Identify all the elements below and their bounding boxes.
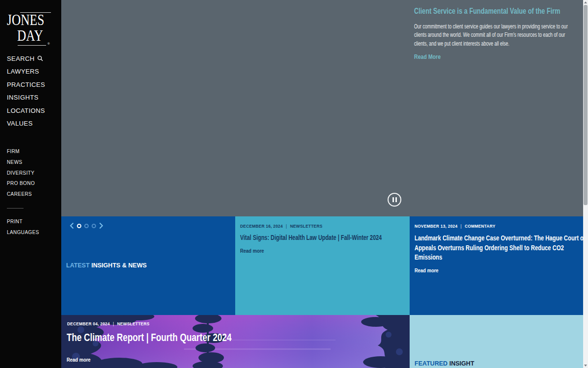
logo-line1: JONES <box>7 12 44 28</box>
nav-languages-label: LANGUAGES <box>7 230 39 235</box>
jones-day-logo[interactable]: JONES DAY ® <box>7 12 52 49</box>
featured-label-rest: INSIGHT <box>449 360 474 367</box>
nav-practices-label: PRACTICES <box>7 81 45 88</box>
sidebar-divider <box>7 208 24 209</box>
insight-card-landmark-climate[interactable]: NOVEMBER 13, 2024|COMMENTARY Landmark Cl… <box>410 216 583 315</box>
scrollbar-up-arrow-icon[interactable] <box>584 1 587 3</box>
read-more-link[interactable]: Read more <box>67 357 91 363</box>
nav-item-print[interactable]: PRINT <box>7 219 39 230</box>
sidebar: JONES DAY ® SEARCH LAWYERS PRACTICES INS… <box>0 0 61 368</box>
latest-insights-title: LATEST INSIGHTS & NEWS <box>66 262 147 269</box>
browser-scrollbar[interactable] <box>583 0 588 368</box>
card-meta: NOVEMBER 13, 2024|COMMENTARY <box>415 223 495 229</box>
featured-insight-card[interactable]: FEATURED INSIGHT <box>410 315 583 368</box>
nav-item-practices[interactable]: PRACTICES <box>7 81 45 94</box>
pause-icon <box>392 197 394 202</box>
nav-item-careers[interactable]: CAREERS <box>7 191 35 202</box>
nav-item-values[interactable]: VALUES <box>7 120 45 132</box>
card-title[interactable]: The Climate Report | Fourth Quarter 2024 <box>67 332 231 344</box>
card-category: NEWSLETTERS <box>290 223 322 229</box>
read-more-link[interactable]: Read more <box>415 267 439 273</box>
nav-item-search[interactable]: SEARCH <box>7 55 45 68</box>
featured-label-accent: FEATURED <box>415 360 447 367</box>
insight-card-climate-report[interactable]: DECEMBER 04, 2024|NEWSLETTERS The Climat… <box>61 315 410 368</box>
card-date: NOVEMBER 13, 2024 <box>415 223 458 229</box>
nav-values-label: VALUES <box>7 120 33 127</box>
meta-separator: | <box>113 321 114 326</box>
chevron-right-icon <box>99 222 103 229</box>
carousel-dot-3[interactable] <box>92 224 96 228</box>
meta-separator: | <box>461 223 462 229</box>
carousel-controls <box>70 222 103 229</box>
card-category: COMMENTARY <box>465 223 495 229</box>
hero-heading: Client Service is a Fundamental Value of… <box>414 6 560 16</box>
nav-careers-label: CAREERS <box>7 191 32 197</box>
pause-icon <box>395 197 397 202</box>
nav-item-insights[interactable]: INSIGHTS <box>7 94 45 106</box>
carousel-next-button[interactable] <box>99 222 103 229</box>
latest-label-accent: LATEST <box>66 262 90 269</box>
hero-read-more-link[interactable]: Read More <box>414 53 441 60</box>
nav-item-firm[interactable]: FIRM <box>7 149 35 159</box>
nav-search-label: SEARCH <box>7 55 35 62</box>
chevron-left-icon <box>70 222 74 229</box>
carousel-dot-2[interactable] <box>84 224 89 228</box>
registered-mark: ® <box>48 42 49 45</box>
scrollbar-thumb[interactable] <box>584 5 588 205</box>
logo-rule-bottom <box>18 45 46 46</box>
search-icon <box>37 55 43 63</box>
card-meta: DECEMBER 16, 2024|NEWSLETTERS <box>240 223 322 229</box>
featured-insight-title: FEATURED INSIGHT <box>415 360 474 367</box>
nav-item-locations[interactable]: LOCATIONS <box>7 107 45 120</box>
nav-item-news[interactable]: NEWS <box>7 159 35 170</box>
card-date: DECEMBER 04, 2024 <box>67 321 110 326</box>
carousel-dot-1[interactable] <box>77 224 81 228</box>
card-meta: DECEMBER 04, 2024|NEWSLETTERS <box>67 321 149 326</box>
nav-pro-bono-label: PRO BONO <box>7 181 35 186</box>
nav-item-diversity[interactable]: DIVERSITY <box>7 170 35 181</box>
carousel-prev-button[interactable] <box>70 222 74 229</box>
card-title[interactable]: Vital Signs: Digital Health Law Update |… <box>240 234 382 241</box>
hero-video-region: Client Service is a Fundamental Value of… <box>61 0 583 216</box>
nav-locations-label: LOCATIONS <box>7 107 45 114</box>
logo-line2: DAY <box>17 27 43 44</box>
card-category: NEWSLETTERS <box>117 321 149 326</box>
nav-diversity-label: DIVERSITY <box>7 170 34 176</box>
nav-lawyers-label: LAWYERS <box>7 68 39 75</box>
nav-insights-label: INSIGHTS <box>7 94 39 101</box>
nav-firm-label: FIRM <box>7 149 20 154</box>
read-more-link[interactable]: Read more <box>240 248 264 254</box>
nav-news-label: NEWS <box>7 159 23 165</box>
meta-separator: | <box>286 223 287 229</box>
primary-nav: SEARCH LAWYERS PRACTICES INSIGHTS LOCATI… <box>7 55 45 132</box>
card-date: DECEMBER 16, 2024 <box>240 223 283 229</box>
scrollbar-down-arrow-icon[interactable] <box>584 365 587 367</box>
utility-nav: PRINT LANGUAGES <box>7 219 39 240</box>
nav-item-pro-bono[interactable]: PRO BONO <box>7 181 35 191</box>
nav-item-languages[interactable]: LANGUAGES <box>7 230 39 240</box>
card-title[interactable]: Landmark Climate Change Case Overturned:… <box>415 234 583 263</box>
insight-card-vital-signs[interactable]: DECEMBER 16, 2024|NEWSLETTERS Vital Sign… <box>235 216 410 315</box>
latest-insights-header-card: LATEST INSIGHTS & NEWS <box>61 216 235 315</box>
pause-button[interactable] <box>388 193 401 207</box>
latest-label-rest: INSIGHTS & NEWS <box>91 262 147 269</box>
nav-item-lawyers[interactable]: LAWYERS <box>7 68 45 80</box>
secondary-nav: FIRM NEWS DIVERSITY PRO BONO CAREERS <box>7 149 35 202</box>
hero-body-text: Our commitment to client service guides … <box>414 23 578 48</box>
nav-print-label: PRINT <box>7 219 23 224</box>
